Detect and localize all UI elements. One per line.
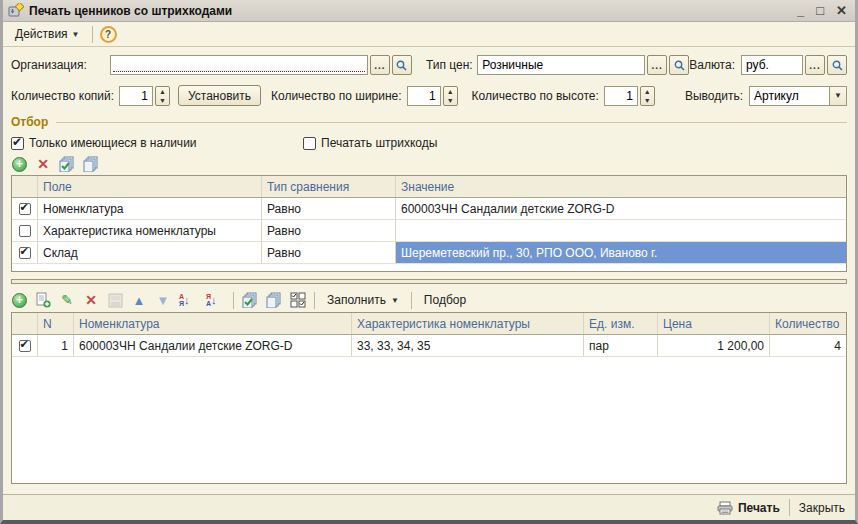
sort-ascending-icon[interactable]: АЯ ↓ bbox=[179, 292, 198, 308]
splitter-handle[interactable] bbox=[11, 279, 847, 284]
filter-row-checkbox[interactable] bbox=[19, 225, 31, 237]
actions-menu-button[interactable]: Действия ▼ bbox=[10, 25, 85, 43]
sort-arrow: ↓ bbox=[184, 295, 190, 306]
copies-label: Количество копий: bbox=[11, 89, 119, 103]
sort-descending-icon[interactable]: ЯА ↓ bbox=[206, 292, 225, 308]
window-controls: _ □ ✕ bbox=[797, 4, 847, 17]
form-content: Организация: ... Тип цен: ... Валюта: ..… bbox=[3, 47, 855, 494]
per-width-stepper[interactable]: ▲▼ bbox=[443, 86, 458, 106]
items-table-header: N Номенклатура Характеристика номенклату… bbox=[12, 313, 846, 335]
items-cell-unit[interactable]: пар bbox=[584, 335, 658, 356]
filter-cell-field[interactable]: Характеристика номенклатуры bbox=[38, 220, 262, 241]
filter-cell-value[interactable] bbox=[396, 220, 846, 241]
items-toolbar: + ✎ ✕ ▲ ▼ АЯ bbox=[11, 287, 847, 312]
items-cell-qty[interactable]: 4 bbox=[770, 335, 846, 356]
print-barcodes-label[interactable]: Печатать штрихкоды bbox=[321, 136, 437, 150]
filter-row-checkbox-cell bbox=[12, 242, 38, 263]
items-row-checkbox[interactable] bbox=[19, 340, 31, 352]
set-all-flags-icon[interactable] bbox=[242, 292, 258, 308]
window-title: Печать ценников со штрихкодами bbox=[29, 4, 792, 18]
filter-header-field: Поле bbox=[38, 176, 262, 197]
organization-search-icon[interactable] bbox=[392, 55, 412, 75]
filter-row-checkbox[interactable] bbox=[19, 247, 31, 259]
toolbar-separator bbox=[411, 292, 412, 309]
form-row-2: Количество копий: ▲▼ Установить Количест… bbox=[11, 85, 847, 106]
per-height-stepper[interactable]: ▲▼ bbox=[640, 86, 655, 106]
currency-search-icon[interactable] bbox=[827, 55, 847, 75]
filter-cell-field[interactable]: Склад bbox=[38, 242, 262, 263]
filter-row-characteristic: Характеристика номенклатуры Равно bbox=[12, 220, 846, 242]
filter-table-header: Поле Тип сравнения Значение bbox=[12, 176, 846, 198]
price-type-ellipsis-button[interactable]: ... bbox=[647, 55, 667, 75]
filter-cell-comparison[interactable]: Равно bbox=[262, 198, 396, 219]
help-icon[interactable]: ? bbox=[100, 26, 117, 43]
set-all-flags-icon[interactable] bbox=[59, 156, 75, 172]
pick-button-label: Подбор bbox=[424, 293, 466, 307]
currency-input[interactable] bbox=[741, 55, 803, 75]
fill-button[interactable]: Заполнить ▼ bbox=[323, 291, 403, 309]
price-type-search-icon[interactable] bbox=[669, 55, 689, 75]
toolbar-separator bbox=[233, 292, 234, 309]
add-row-icon[interactable]: + bbox=[12, 293, 27, 308]
copies-input[interactable] bbox=[119, 86, 153, 106]
move-up-icon[interactable]: ▲ bbox=[131, 292, 147, 308]
menubar-separator bbox=[92, 26, 93, 43]
filter-cell-comparison[interactable]: Равно bbox=[262, 220, 396, 241]
items-cell-n[interactable]: 1 bbox=[38, 335, 74, 356]
price-type-input[interactable] bbox=[477, 55, 645, 75]
filter-cell-value[interactable]: 600003ЧН Сандалии детские ZORG-D bbox=[396, 198, 846, 219]
output-dropdown-icon[interactable]: ▼ bbox=[829, 87, 846, 105]
form-icon bbox=[8, 3, 24, 19]
maximize-button[interactable]: □ bbox=[816, 4, 824, 17]
currency-label: Валюта: bbox=[689, 58, 735, 72]
filter-cell-field[interactable]: Номенклатура bbox=[38, 198, 262, 219]
invert-flags-icon[interactable] bbox=[290, 292, 306, 308]
organization-input[interactable] bbox=[110, 55, 368, 75]
filter-cell-value[interactable]: Шереметевский пр., 30, РПО ООО, Иваново … bbox=[396, 242, 846, 263]
print-barcodes-checkbox[interactable] bbox=[303, 137, 316, 150]
set-button[interactable]: Установить bbox=[178, 85, 261, 106]
delete-filter-icon[interactable]: ✕ bbox=[35, 156, 51, 172]
titlebar: Печать ценников со штрихкодами _ □ ✕ bbox=[3, 0, 855, 22]
filter-cell-comparison[interactable]: Равно bbox=[262, 242, 396, 263]
add-filter-icon[interactable]: + bbox=[12, 157, 27, 172]
items-cell-price[interactable]: 1 200,00 bbox=[658, 335, 770, 356]
output-select[interactable]: Артикул ▼ bbox=[749, 86, 847, 106]
delete-row-icon[interactable]: ✕ bbox=[83, 292, 99, 308]
per-height-input[interactable] bbox=[604, 86, 638, 106]
move-down-icon[interactable]: ▼ bbox=[155, 292, 171, 308]
printer-icon bbox=[717, 500, 733, 516]
currency-ellipsis-button[interactable]: ... bbox=[805, 55, 825, 75]
menubar: Действия ▼ ? bbox=[3, 22, 855, 47]
copies-stepper[interactable]: ▲▼ bbox=[155, 86, 170, 106]
form-row-1: Организация: ... Тип цен: ... Валюта: ..… bbox=[11, 55, 847, 75]
items-table: N Номенклатура Характеристика номенклату… bbox=[11, 312, 847, 484]
per-width-input[interactable] bbox=[407, 86, 441, 106]
pick-button[interactable]: Подбор bbox=[420, 291, 470, 309]
per-height-field: ▲▼ bbox=[604, 86, 655, 106]
filter-table-empty-area bbox=[12, 264, 846, 271]
print-button-label: Печать bbox=[738, 501, 780, 515]
print-button[interactable]: Печать bbox=[717, 500, 780, 516]
clear-all-flags-icon[interactable] bbox=[266, 292, 282, 308]
filter-row-warehouse: Склад Равно Шереметевский пр., 30, РПО О… bbox=[12, 242, 846, 264]
items-cell-characteristic[interactable]: 33, 33, 34, 35 bbox=[352, 335, 584, 356]
sort-arrow: ↓ bbox=[211, 295, 217, 306]
clear-all-flags-icon[interactable] bbox=[83, 156, 99, 172]
minimize-button[interactable]: _ bbox=[797, 4, 804, 17]
filter-row-checkbox[interactable] bbox=[19, 203, 31, 215]
close-button[interactable]: ✕ bbox=[836, 4, 847, 17]
items-table-empty-area bbox=[12, 357, 846, 483]
only-in-stock-label[interactable]: Только имеющиеся в наличии bbox=[29, 136, 197, 150]
only-in-stock-checkbox[interactable] bbox=[11, 137, 24, 150]
filter-header-comparison: Тип сравнения bbox=[262, 176, 396, 197]
items-cell-nomenclature[interactable]: 600003ЧН Сандалии детские ZORG-D bbox=[74, 335, 352, 356]
organization-ellipsis-button[interactable]: ... bbox=[370, 55, 390, 75]
chevron-down-icon: ▼ bbox=[72, 30, 80, 39]
copy-row-icon[interactable] bbox=[35, 292, 51, 308]
items-header-n: N bbox=[38, 313, 74, 334]
items-header-qty: Количество bbox=[770, 313, 846, 334]
close-form-button[interactable]: Закрыть bbox=[799, 501, 845, 515]
organization-field: ... bbox=[110, 55, 412, 75]
edit-row-icon[interactable]: ✎ bbox=[59, 292, 75, 308]
